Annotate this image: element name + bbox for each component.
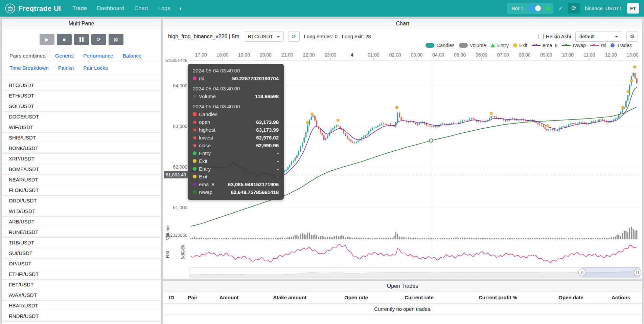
tooltip-row-rsi: rsi50.22577020190704 (193, 74, 279, 82)
nav-dashboard[interactable]: Dashboard (97, 5, 124, 12)
heikin-ashi-checkbox[interactable] (538, 34, 544, 39)
navbar-right: Bot 1 ✓ ⟳ binance_USDT1 FT (507, 3, 639, 14)
legend-ema_8[interactable]: ema_8 (532, 43, 557, 48)
nav-chart[interactable]: Chart (134, 5, 148, 12)
pair-row-arb[interactable]: ARB/USDT (2, 217, 161, 227)
legend-exit[interactable]: Exit (513, 43, 527, 48)
pair-row-trb[interactable]: TRB/USDT (2, 238, 161, 248)
pair-row-btc[interactable]: BTC/USDT (2, 80, 161, 91)
zoom-handle[interactable] (579, 269, 586, 276)
col-amount[interactable]: Amount (205, 291, 253, 304)
app-title: Freqtrade UI (18, 4, 61, 13)
nav-logs[interactable]: Logs (158, 5, 170, 12)
refresh-icon: ⟳ (292, 33, 296, 40)
no-trades-row: Currently no open trades. (163, 304, 642, 315)
chart-refresh-button[interactable]: ⟳ (288, 31, 300, 42)
svg-text:23:00: 23:00 (324, 52, 336, 58)
stop-button[interactable]: ■ (57, 34, 72, 45)
pair-row-ar[interactable]: AR/USDT (2, 322, 161, 324)
pair-row-sui[interactable]: SUI/USDT (2, 248, 161, 259)
tab-pairs-combined[interactable]: Pairs combined (5, 50, 50, 62)
theme-toggle-icon[interactable]: ◐ (179, 5, 183, 12)
pair-row-shib[interactable]: SHIB/USDT (2, 133, 161, 143)
svg-text:4: 4 (351, 52, 353, 58)
legend-rsi[interactable]: rsi (590, 43, 606, 48)
pair-row-bonk[interactable]: BONK/USDT (2, 143, 161, 154)
chart-legend: CandlesVolumeEntryExitema_8rvwaprsiTrade… (426, 43, 632, 48)
bot-selector[interactable]: Bot 1 (507, 3, 553, 14)
bot-toggle[interactable] (527, 5, 542, 12)
nav-trade[interactable]: Trade (72, 5, 87, 12)
pair-row-sol[interactable]: SOL/USDT (2, 101, 161, 112)
pause-button[interactable] (74, 34, 89, 45)
pair-row-wif[interactable]: WIF/USDT (2, 122, 161, 133)
global-refresh-button[interactable]: ⟳ (568, 3, 580, 14)
pair-row-near[interactable]: NEAR/USDT (2, 175, 161, 185)
pane-tabs: Pairs combinedGeneralPerformanceBalanceT… (2, 50, 161, 74)
legend-volume[interactable]: Volume (459, 43, 486, 48)
svg-text:RSI: RSI (165, 251, 170, 258)
pair-row-rune[interactable]: RUNE/USDT (2, 227, 161, 238)
pair-row-op[interactable]: OP/USDT (2, 259, 161, 269)
pair-row-rndr[interactable]: RNDR/USDT (2, 311, 161, 322)
svg-text:21:00: 21:00 (281, 52, 293, 58)
pair-row-eth[interactable]: ETH/USDT (2, 91, 161, 101)
col-pair[interactable]: Pair (180, 291, 205, 304)
bot-id[interactable]: binance_USDT1 (585, 5, 622, 11)
zoom-handle[interactable] (634, 269, 641, 276)
legend-entry[interactable]: Entry (490, 43, 509, 48)
tooltip-row-ema_8: ema_863,085.948152171906 (193, 180, 279, 188)
tooltip-row-exit: Exit- (193, 173, 279, 180)
tab-balance[interactable]: Balance (118, 50, 146, 62)
col-open-date[interactable]: Open date (543, 291, 599, 304)
svg-text:01:00: 01:00 (368, 52, 380, 58)
volume-marker-icon (459, 43, 468, 48)
avatar[interactable]: FT (627, 3, 639, 14)
pair-row-hbar[interactable]: HBAR/USDT (2, 301, 161, 311)
svg-text:20:00: 20:00 (260, 52, 272, 58)
pair-row-doge[interactable]: DOGE/USDT (2, 112, 161, 122)
reload-config-button[interactable]: ⟳ (91, 34, 106, 45)
pair-row-wld[interactable]: WLD/USDT (2, 206, 161, 217)
pair-row-fet[interactable]: FET/USDT (2, 280, 161, 290)
plot-settings-button[interactable]: ⚙ (626, 31, 638, 42)
play-button[interactable]: ▶ (40, 34, 54, 45)
tooltip-row-rvwap: rvwap62,648.75785661418 (193, 188, 279, 196)
tooltip-row-open: open63,173.98 (193, 118, 279, 126)
tab-time-breakdown[interactable]: Time Breakdown (5, 62, 53, 74)
long-entries-label: Long entries: 0 (304, 34, 338, 39)
pair-list: BTC/USDTETH/USDTSOL/USDTDOGE/USDTWIF/USD… (2, 80, 161, 324)
pair-select[interactable]: BTC/USDT (244, 31, 284, 42)
chart-title: Chart (163, 19, 642, 29)
svg-text:08:00: 08:00 (519, 52, 530, 58)
multi-pane-panel: Multi Pane ▶ ■ ⟳ ⊠ Pairs combinedGeneral… (2, 18, 161, 324)
clear-log-button[interactable]: ⊠ (109, 34, 123, 45)
chart-tooltip: 2024-05-04 03:40:00rsi50.225770201907042… (188, 64, 284, 200)
tab-pair-locks[interactable]: Pair Locks (78, 62, 112, 74)
col-id[interactable]: ID (163, 291, 180, 304)
legend-candles[interactable]: Candles (426, 43, 454, 48)
col-current-rate[interactable]: Current rate (385, 291, 453, 304)
zoom-navigator[interactable] (190, 267, 641, 277)
pair-row-floki[interactable]: FLOKI/USDT (2, 185, 161, 196)
svg-text:05:00: 05:00 (454, 52, 466, 58)
legend-trades[interactable]: Trades (611, 43, 632, 48)
pair-row-avax[interactable]: AVAX/USDT (2, 290, 161, 301)
col-stake-amount[interactable]: Stake amount (253, 291, 327, 304)
col-current-profit-[interactable]: Current profit % (453, 291, 543, 304)
pair-row-bome[interactable]: BOME/USDT (2, 164, 161, 175)
stop-icon: ■ (63, 37, 66, 42)
pair-row-ordi[interactable]: ORDI/USDT (2, 196, 161, 206)
svg-text:63,000: 63,000 (173, 124, 187, 129)
svg-text:17:00: 17:00 (195, 52, 207, 58)
col-open-rate[interactable]: Open rate (327, 291, 385, 304)
pair-row-ethfi[interactable]: ETHFI/USDT (2, 269, 161, 280)
svg-text:Volume: Volume (165, 225, 170, 240)
tab-pairlist[interactable]: Pairlist (53, 62, 79, 74)
tab-general[interactable]: General (50, 50, 78, 62)
tab-performance[interactable]: Performance (78, 50, 118, 62)
legend-rvwap[interactable]: rvwap (562, 43, 586, 48)
pair-row-xrp[interactable]: XRP/USDT (2, 154, 161, 164)
plot-config-select[interactable]: default (575, 31, 622, 42)
col-actions[interactable]: Actions (599, 291, 642, 304)
